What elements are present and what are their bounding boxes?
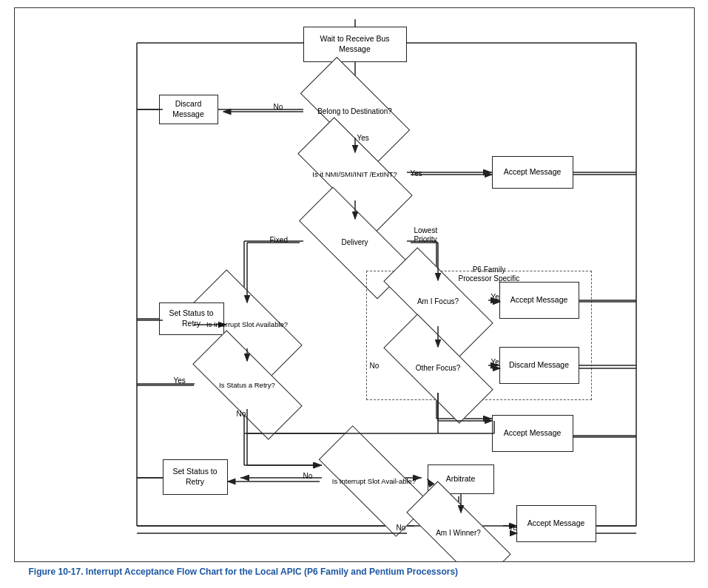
no-label-slot2: No [303,472,313,480]
figure-caption: Figure 10-17. Interrupt Acceptance Flow … [14,562,695,581]
no-label-winner: No [397,524,406,532]
no-label-other-focus: No [370,362,380,370]
wait-box: Wait to Receive Bus Message [303,27,407,62]
diagram-area: Wait to Receive Bus Message Belong to De… [14,7,695,562]
fixed-label: Fixed [270,236,288,244]
yes-label-status-retry: Yes [174,376,186,385]
set-retry-2: Set Status to Retry [163,459,228,495]
accept-message-1: Accept Message [492,156,573,189]
main-container: Wait to Receive Bus Message Belong to De… [0,0,708,588]
is-nmi-diamond: Is it NMI/SMI/INIT /ExtINT? [300,149,411,200]
delivery-diamond: Delivery [300,219,411,267]
accept-message-4: Accept Message [516,505,596,542]
other-focus-diamond: Other Focus? [385,345,492,393]
am-i-winner-diamond: Am I Winner? [407,511,510,555]
yes-label-belong: Yes [357,134,369,142]
discard-message-2: Discard Message [499,347,579,384]
no-label-status-retry: No [237,410,246,418]
interrupt-slot-2-diamond: Is Interrupt Slot Avail-able? [320,457,429,505]
belong-diamond: Belong to Destination? [303,86,407,138]
accept-message-3: Accept Message [492,415,573,452]
yes-label-nmi: Yes [411,169,422,178]
lowest-priority-label: LowestPriority [414,226,438,244]
discard-message-box: Discard Message [159,95,218,124]
accept-message-2: Accept Message [499,282,579,319]
is-status-retry-diamond: Is Status a Retry? [194,361,301,409]
set-retry-1: Set Status to Retry [159,303,224,335]
am-i-focus-diamond: Am I Focus? [385,278,492,326]
no-label-belong: No [274,103,283,111]
